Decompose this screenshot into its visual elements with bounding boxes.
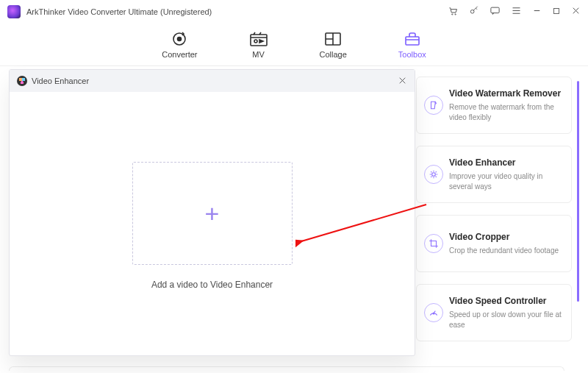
- chat-icon[interactable]: [490, 5, 501, 19]
- content-area: Video Watermark Remover Remove the water…: [0, 66, 588, 373]
- tool-card-video-cropper[interactable]: Video Cropper Crop the redundant video f…: [416, 215, 572, 272]
- svg-rect-7: [251, 35, 267, 46]
- tool-card-video-enhancer[interactable]: Video Enhancer Improve your video qualit…: [416, 146, 572, 203]
- modal-body: + Add a video to Video Enhancer: [10, 92, 415, 355]
- tool-card-watermark-remover[interactable]: Video Watermark Remover Remove the water…: [416, 77, 572, 134]
- svg-point-12: [433, 313, 434, 314]
- cart-icon[interactable]: [448, 5, 459, 19]
- maximize-button[interactable]: [552, 5, 561, 18]
- svg-point-6: [178, 37, 182, 40]
- watermark-remover-icon: [424, 96, 443, 115]
- partial-card-bottom: [9, 366, 564, 371]
- tab-label: Converter: [162, 50, 197, 59]
- palette-icon: [17, 76, 27, 86]
- collage-icon: [323, 31, 343, 47]
- tab-label: MV: [252, 50, 265, 59]
- modal-header: Video Enhancer: [10, 70, 415, 92]
- svg-rect-4: [554, 9, 559, 14]
- tab-toolbox[interactable]: Toolbox: [398, 31, 426, 59]
- tool-desc: Remove the watermark from the video flex…: [449, 102, 562, 122]
- mv-icon: [249, 31, 268, 47]
- dropzone-label: Add a video to Video Enhancer: [151, 280, 273, 290]
- svg-point-1: [455, 13, 456, 14]
- tools-panel: Video Watermark Remover Remove the water…: [416, 77, 572, 341]
- toolbox-icon: [403, 31, 422, 47]
- svg-point-0: [452, 13, 453, 14]
- menu-icon[interactable]: [511, 5, 522, 19]
- add-video-dropzone[interactable]: +: [132, 162, 293, 265]
- svg-rect-10: [406, 37, 419, 45]
- tool-card-speed-controller[interactable]: Video Speed Controller Speed up or slow …: [416, 284, 572, 341]
- tab-converter[interactable]: Converter: [162, 31, 197, 59]
- cropper-icon: [424, 234, 443, 253]
- title-bar: ArkThinker Video Converter Ultimate (Unr…: [0, 0, 588, 24]
- svg-point-8: [254, 40, 257, 43]
- svg-point-11: [432, 173, 436, 177]
- tool-desc: Speed up or slow down your file at ease: [449, 310, 562, 330]
- modal-title: Video Enhancer: [32, 77, 89, 85]
- tool-desc: Crop the redundant video footage: [449, 246, 562, 256]
- tool-title: Video Enhancer: [449, 157, 562, 168]
- app-logo: [7, 5, 21, 18]
- tab-label: Toolbox: [398, 50, 426, 59]
- tab-collage[interactable]: Collage: [320, 31, 347, 59]
- app-title: ArkThinker Video Converter Ultimate (Unr…: [26, 7, 448, 16]
- tool-title: Video Speed Controller: [449, 296, 562, 306]
- window-controls: [448, 5, 581, 19]
- nav-tabs: Converter MV Collage Toolbox: [0, 24, 588, 66]
- tool-desc: Improve your video quality in several wa…: [449, 171, 562, 191]
- video-enhancer-modal: Video Enhancer + Add a video to Video En…: [9, 69, 415, 356]
- enhancer-icon: [424, 165, 443, 184]
- tab-mv[interactable]: MV: [249, 31, 268, 59]
- converter-icon: [170, 31, 189, 47]
- modal-close-button[interactable]: [398, 76, 407, 87]
- minimize-button[interactable]: [532, 5, 542, 18]
- tab-label: Collage: [320, 50, 347, 59]
- key-icon[interactable]: [469, 5, 479, 18]
- tool-title: Video Watermark Remover: [449, 88, 562, 99]
- plus-icon: +: [205, 199, 220, 228]
- tool-title: Video Cropper: [449, 232, 562, 242]
- scrollbar[interactable]: [577, 81, 579, 302]
- close-button[interactable]: [571, 5, 581, 18]
- speed-icon: [424, 303, 443, 322]
